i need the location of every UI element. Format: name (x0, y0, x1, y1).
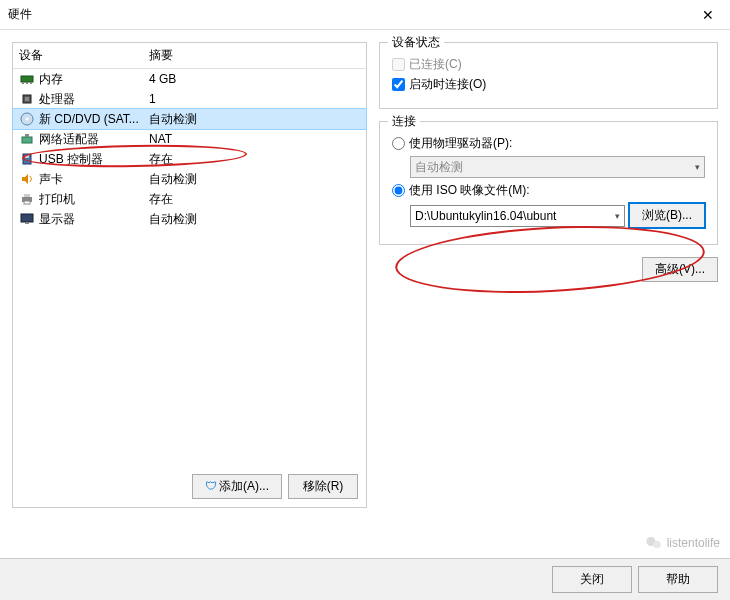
device-summary: NAT (149, 132, 360, 146)
device-summary: 4 GB (149, 72, 360, 86)
device-name: 新 CD/DVD (SAT... (39, 111, 139, 128)
device-status-title: 设备状态 (388, 34, 444, 51)
network-icon (19, 131, 35, 147)
connect-on-start-row[interactable]: 启动时连接(O) (392, 76, 705, 93)
close-dialog-button[interactable]: 关闭 (552, 566, 632, 593)
remove-button[interactable]: 移除(R) (288, 474, 358, 499)
svg-rect-0 (21, 76, 33, 82)
hardware-row[interactable]: USB 控制器存在 (13, 149, 366, 169)
svg-rect-16 (25, 222, 29, 224)
device-summary: 存在 (149, 191, 360, 208)
window-title: 硬件 (8, 6, 32, 23)
use-physical-radio-row[interactable]: 使用物理驱动器(P): (392, 135, 705, 152)
device-summary: 自动检测 (149, 211, 360, 228)
physical-drive-combo: 自动检测 ▾ (410, 156, 705, 178)
device-summary: 1 (149, 92, 360, 106)
device-name: 打印机 (39, 191, 75, 208)
device-name: 显示器 (39, 211, 75, 228)
connection-group: 连接 使用物理驱动器(P): 自动检测 ▾ 使用 ISO 映像文件(M): D:… (379, 121, 718, 245)
header-summary: 摘要 (149, 47, 360, 64)
svg-rect-1 (22, 82, 24, 84)
device-summary: 自动检测 (149, 111, 360, 128)
svg-point-18 (653, 541, 661, 549)
memory-icon (19, 71, 35, 87)
use-iso-radio-row[interactable]: 使用 ISO 映像文件(M): (392, 182, 705, 199)
dialog-footer: 关闭 帮助 (0, 558, 730, 600)
device-status-group: 设备状态 已连接(C) 启动时连接(O) (379, 42, 718, 109)
svg-point-7 (26, 118, 29, 121)
sound-icon (19, 171, 35, 187)
hardware-list-panel: 设备 摘要 内存4 GB处理器1新 CD/DVD (SAT...自动检测网络适配… (12, 42, 367, 508)
connect-on-start-checkbox[interactable] (392, 78, 405, 91)
connection-title: 连接 (388, 113, 420, 130)
svg-rect-8 (22, 137, 32, 143)
hardware-header: 设备 摘要 (13, 43, 366, 69)
shield-icon: 🛡 (205, 479, 217, 493)
device-name: USB 控制器 (39, 151, 103, 168)
use-physical-radio[interactable] (392, 137, 405, 150)
device-summary: 自动检测 (149, 171, 360, 188)
hardware-row[interactable]: 内存4 GB (13, 69, 366, 89)
connected-checkbox-row[interactable]: 已连接(C) (392, 56, 705, 73)
close-button[interactable]: ✕ (685, 0, 730, 30)
advanced-button[interactable]: 高级(V)... (642, 257, 718, 282)
use-iso-radio[interactable] (392, 184, 405, 197)
hardware-row[interactable]: 新 CD/DVD (SAT...自动检测 (13, 109, 366, 129)
device-summary: 存在 (149, 151, 360, 168)
browse-button[interactable]: 浏览(B)... (629, 203, 705, 228)
hardware-row[interactable]: 声卡自动检测 (13, 169, 366, 189)
connected-checkbox (392, 58, 405, 71)
svg-rect-11 (25, 155, 29, 158)
svg-rect-3 (30, 82, 32, 84)
wechat-icon (645, 534, 663, 552)
device-name: 处理器 (39, 91, 75, 108)
hardware-row[interactable]: 处理器1 (13, 89, 366, 109)
cpu-icon (19, 91, 35, 107)
device-name: 网络适配器 (39, 131, 99, 148)
svg-rect-15 (21, 214, 33, 222)
chevron-down-icon[interactable]: ▾ (615, 211, 620, 221)
iso-path-input[interactable]: D:\Ubuntukylin16.04\ubunt ▾ (410, 205, 625, 227)
usb-icon (19, 151, 35, 167)
header-device: 设备 (19, 47, 149, 64)
hardware-row[interactable]: 打印机存在 (13, 189, 366, 209)
device-name: 内存 (39, 71, 63, 88)
watermark: listentolife (645, 534, 720, 552)
cd-icon (19, 111, 35, 127)
chevron-down-icon: ▾ (695, 162, 700, 172)
svg-rect-14 (24, 201, 30, 204)
device-name: 声卡 (39, 171, 63, 188)
add-button[interactable]: 🛡添加(A)... (192, 474, 282, 499)
close-icon: ✕ (702, 7, 714, 23)
svg-rect-13 (24, 194, 30, 197)
display-icon (19, 211, 35, 227)
svg-rect-5 (25, 97, 29, 101)
svg-rect-2 (26, 82, 28, 84)
hardware-row[interactable]: 网络适配器NAT (13, 129, 366, 149)
printer-icon (19, 191, 35, 207)
hardware-row[interactable]: 显示器自动检测 (13, 209, 366, 229)
help-button[interactable]: 帮助 (638, 566, 718, 593)
titlebar: 硬件 ✕ (0, 0, 730, 30)
svg-rect-9 (25, 134, 29, 137)
